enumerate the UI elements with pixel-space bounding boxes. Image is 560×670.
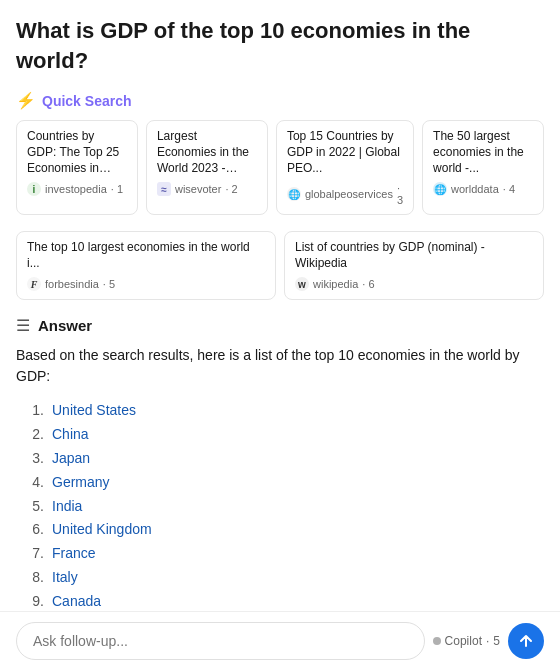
source-card-1[interactable]: Countries by GDP: The Top 25 Economies i… <box>16 120 138 215</box>
list-item: 5. India <box>24 495 544 519</box>
source-favicon-1: i <box>27 182 41 196</box>
source-name-6: wikipedia <box>313 278 358 290</box>
source-meta-5: F forbesindia · 5 <box>27 277 265 291</box>
source-meta-3: 🌐 globalpeoservices · 3 <box>287 182 403 206</box>
source-card-5[interactable]: The top 10 largest economies in the worl… <box>16 231 276 300</box>
list-item: 9. Canada <box>24 590 544 614</box>
country-link[interactable]: India <box>52 495 82 519</box>
source-favicon-6: w <box>295 277 309 291</box>
source-title-4: The 50 largest economies in the world -.… <box>433 129 533 176</box>
country-link[interactable]: Japan <box>52 447 90 471</box>
country-link[interactable]: France <box>52 542 96 566</box>
follow-up-input[interactable] <box>16 622 425 660</box>
source-title-5: The top 10 largest economies in the worl… <box>27 240 265 271</box>
list-number: 5. <box>24 495 44 519</box>
list-item: 7. France <box>24 542 544 566</box>
list-item: 3. Japan <box>24 447 544 471</box>
source-meta-4: 🌐 worlddata · 4 <box>433 182 533 196</box>
country-link[interactable]: Canada <box>52 590 101 614</box>
list-number: 4. <box>24 471 44 495</box>
list-item: 2. China <box>24 423 544 447</box>
source-favicon-2: ≈ <box>157 182 171 196</box>
copilot-dot <box>433 637 441 645</box>
source-title-1: Countries by GDP: The Top 25 Economies i… <box>27 129 127 176</box>
lightning-icon: ⚡ <box>16 91 36 110</box>
source-meta-1: i investopedia · 1 <box>27 182 127 196</box>
country-link[interactable]: China <box>52 423 89 447</box>
source-number-3: · 3 <box>397 182 403 206</box>
answer-header: ☰ Answer <box>16 316 544 335</box>
country-link[interactable]: United Kingdom <box>52 518 152 542</box>
source-title-2: Largest Economies in the World 2023 - Wi… <box>157 129 257 176</box>
country-link[interactable]: Italy <box>52 566 78 590</box>
source-meta-2: ≈ wisevoter · 2 <box>157 182 257 196</box>
list-number: 9. <box>24 590 44 614</box>
copilot-label: Copilot <box>445 634 482 648</box>
answer-title: Answer <box>38 317 92 334</box>
list-number: 1. <box>24 399 44 423</box>
source-number-4: · 4 <box>503 183 515 195</box>
copilot-count: 5 <box>493 634 500 648</box>
main-question: What is GDP of the top 10 economies in t… <box>16 16 544 75</box>
send-button[interactable] <box>508 623 544 659</box>
source-favicon-5: F <box>27 277 41 291</box>
source-name-3: globalpeoservices <box>305 188 393 200</box>
quick-search-header: ⚡ Quick Search <box>16 91 544 110</box>
source-number-2: · 2 <box>225 183 237 195</box>
list-item: 8. Italy <box>24 566 544 590</box>
source-name-2: wisevoter <box>175 183 221 195</box>
source-name-4: worlddata <box>451 183 499 195</box>
bottom-bar: Copilot · 5 <box>0 611 560 670</box>
source-card-4[interactable]: The 50 largest economies in the world -.… <box>422 120 544 215</box>
list-item: 6. United Kingdom <box>24 518 544 542</box>
countries-list: 1. United States 2. China 3. Japan 4. Ge… <box>16 399 544 637</box>
source-title-3: Top 15 Countries by GDP in 2022 | Global… <box>287 129 403 176</box>
source-number-5: · 5 <box>103 278 115 290</box>
list-number: 8. <box>24 566 44 590</box>
source-favicon-3: 🌐 <box>287 187 301 201</box>
source-card-6[interactable]: List of countries by GDP (nominal) - Wik… <box>284 231 544 300</box>
country-link[interactable]: Germany <box>52 471 110 495</box>
source-title-6: List of countries by GDP (nominal) - Wik… <box>295 240 533 271</box>
list-item: 1. United States <box>24 399 544 423</box>
copilot-badge: Copilot · 5 <box>433 634 500 648</box>
source-name-5: forbesindia <box>45 278 99 290</box>
quick-search-title: Quick Search <box>42 93 132 109</box>
list-item: 4. Germany <box>24 471 544 495</box>
list-number: 6. <box>24 518 44 542</box>
source-favicon-4: 🌐 <box>433 182 447 196</box>
copilot-number: · <box>486 634 489 648</box>
answer-intro: Based on the search results, here is a l… <box>16 345 544 387</box>
sources-grid-bottom: The top 10 largest economies in the worl… <box>16 231 544 300</box>
country-link[interactable]: United States <box>52 399 136 423</box>
source-number-6: · 6 <box>362 278 374 290</box>
list-number: 3. <box>24 447 44 471</box>
sources-grid-top: Countries by GDP: The Top 25 Economies i… <box>16 120 544 215</box>
list-number: 7. <box>24 542 44 566</box>
lines-icon: ☰ <box>16 316 30 335</box>
source-number-1: · 1 <box>111 183 123 195</box>
source-card-2[interactable]: Largest Economies in the World 2023 - Wi… <box>146 120 268 215</box>
source-meta-6: w wikipedia · 6 <box>295 277 533 291</box>
source-card-3[interactable]: Top 15 Countries by GDP in 2022 | Global… <box>276 120 414 215</box>
list-number: 2. <box>24 423 44 447</box>
source-name-1: investopedia <box>45 183 107 195</box>
